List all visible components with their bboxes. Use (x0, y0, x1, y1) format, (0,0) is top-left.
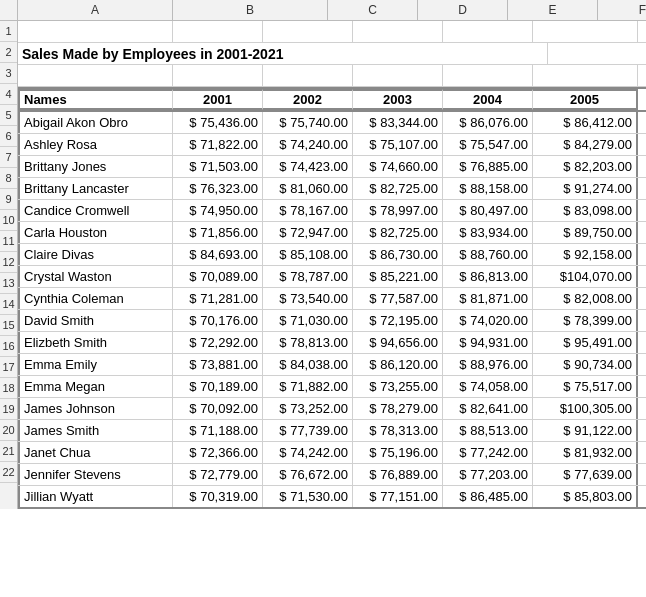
cell-2002-16: $ 76,672.00 (263, 464, 353, 485)
data-row-20: Janet Chua$ 72,366.00$ 74,242.00$ 75,196… (18, 442, 646, 464)
cell-2004-13: $ 82,641.00 (443, 398, 533, 419)
cell-2003-7: $ 85,221.00 (353, 266, 443, 287)
cell-2005-11: $ 90,734.00 (533, 354, 638, 375)
cell-name-9: David Smith (18, 310, 173, 331)
cell-2004-14: $ 88,513.00 (443, 420, 533, 441)
cell-2005-1: $ 84,279.00 (533, 134, 638, 155)
cell-d1 (263, 21, 353, 42)
cell-2002-1: $ 74,240.00 (263, 134, 353, 155)
row-header-7: 7 (0, 147, 17, 168)
header-2001: 2001 (173, 89, 263, 110)
cell-f1 (443, 21, 533, 42)
row-header-9: 9 (0, 189, 17, 210)
cell-b3 (18, 65, 173, 86)
cell-name-4: Candice Cromwell (18, 200, 173, 221)
cell-2004-5: $ 83,934.00 (443, 222, 533, 243)
col-header-f: F (598, 0, 646, 20)
row-3 (18, 65, 646, 87)
row-header-11: 11 (0, 231, 17, 252)
data-row-7: Brittany Jones$ 71,503.00$ 74,423.00$ 74… (18, 156, 646, 178)
grid: Sales Made by Employees in 2001-2021 Nam… (18, 21, 646, 509)
cell-2003-4: $ 78,997.00 (353, 200, 443, 221)
cell-2003-15: $ 75,196.00 (353, 442, 443, 463)
data-row-15: Elizbeth Smith$ 72,292.00$ 78,813.00$ 94… (18, 332, 646, 354)
cell-name-5: Carla Houston (18, 222, 173, 243)
header-names: Names (18, 89, 173, 110)
cell-2001-4: $ 74,950.00 (173, 200, 263, 221)
cell-2004-3: $ 88,158.00 (443, 178, 533, 199)
cell-2003-5: $ 82,725.00 (353, 222, 443, 243)
cell-c3 (173, 65, 263, 86)
data-row-21: Jennifer Stevens$ 72,779.00$ 76,672.00$ … (18, 464, 646, 486)
cell-2002-5: $ 72,947.00 (263, 222, 353, 243)
cell-2005-16: $ 77,639.00 (533, 464, 638, 485)
cell-2001-10: $ 72,292.00 (173, 332, 263, 353)
cell-2004-11: $ 88,976.00 (443, 354, 533, 375)
spreadsheet-title: Sales Made by Employees in 2001-2021 (18, 43, 548, 64)
cell-2005-8: $ 82,008.00 (533, 288, 638, 309)
cell-2002-8: $ 73,540.00 (263, 288, 353, 309)
col-header-c2: C (328, 0, 418, 20)
cell-2005-2: $ 82,203.00 (533, 156, 638, 177)
cell-2005-3: $ 91,274.00 (533, 178, 638, 199)
cell-name-8: Cynthia Coleman (18, 288, 173, 309)
row-header-13: 13 (0, 273, 17, 294)
row-header-16: 16 (0, 336, 17, 357)
cell-2005-12: $ 75,517.00 (533, 376, 638, 397)
cell-2005-9: $ 78,399.00 (533, 310, 638, 331)
data-row-13: Cynthia Coleman$ 71,281.00$ 73,540.00$ 7… (18, 288, 646, 310)
data-row-17: Emma Megan$ 70,189.00$ 71,882.00$ 73,255… (18, 376, 646, 398)
cell-2002-17: $ 71,530.00 (263, 486, 353, 507)
cell-2005-7: $104,070.00 (533, 266, 638, 287)
cell-2001-11: $ 73,881.00 (173, 354, 263, 375)
cell-2004-2: $ 76,885.00 (443, 156, 533, 177)
cell-name-17: Jillian Wyatt (18, 486, 173, 507)
cell-2004-6: $ 88,760.00 (443, 244, 533, 265)
cell-2004-15: $ 77,242.00 (443, 442, 533, 463)
col-header-d: D (418, 0, 508, 20)
cell-2002-15: $ 74,242.00 (263, 442, 353, 463)
cell-e1 (353, 21, 443, 42)
cell-2004-4: $ 80,497.00 (443, 200, 533, 221)
row-header-3: 3 (0, 63, 17, 84)
row-2: Sales Made by Employees in 2001-2021 (18, 43, 646, 65)
cell-2003-12: $ 73,255.00 (353, 376, 443, 397)
cell-name-7: Crystal Waston (18, 266, 173, 287)
cell-2001-14: $ 71,188.00 (173, 420, 263, 441)
cell-2005-5: $ 89,750.00 (533, 222, 638, 243)
cell-2005-13: $100,305.00 (533, 398, 638, 419)
cell-2003-8: $ 77,587.00 (353, 288, 443, 309)
row-header-22: 22 (0, 462, 17, 483)
cell-2002-6: $ 85,108.00 (263, 244, 353, 265)
cell-name-2: Brittany Jones (18, 156, 173, 177)
data-row-11: Claire Divas$ 84,693.00$ 85,108.00$ 86,7… (18, 244, 646, 266)
cell-2004-8: $ 81,871.00 (443, 288, 533, 309)
cell-2001-13: $ 70,092.00 (173, 398, 263, 419)
cell-2001-1: $ 71,822.00 (173, 134, 263, 155)
cell-name-14: James Smith (18, 420, 173, 441)
cell-2001-12: $ 70,189.00 (173, 376, 263, 397)
data-row-12: Crystal Waston$ 70,089.00$ 78,787.00$ 85… (18, 266, 646, 288)
cell-2002-2: $ 74,423.00 (263, 156, 353, 177)
cell-2004-9: $ 74,020.00 (443, 310, 533, 331)
cell-2001-17: $ 70,319.00 (173, 486, 263, 507)
cell-2004-16: $ 77,203.00 (443, 464, 533, 485)
cell-2002-3: $ 81,060.00 (263, 178, 353, 199)
data-row-19: James Smith$ 71,188.00$ 77,739.00$ 78,31… (18, 420, 646, 442)
cell-2001-5: $ 71,856.00 (173, 222, 263, 243)
cell-2003-11: $ 86,120.00 (353, 354, 443, 375)
cell-2001-0: $ 75,436.00 (173, 112, 263, 133)
row-header-8: 8 (0, 168, 17, 189)
cell-2004-17: $ 86,485.00 (443, 486, 533, 507)
data-row-22: Jillian Wyatt$ 70,319.00$ 71,530.00$ 77,… (18, 486, 646, 509)
cell-2002-11: $ 84,038.00 (263, 354, 353, 375)
header-2002: 2002 (263, 89, 353, 110)
data-row-18: James Johnson$ 70,092.00$ 73,252.00$ 78,… (18, 398, 646, 420)
row-header-14: 14 (0, 294, 17, 315)
row-header-5: 5 (0, 105, 17, 126)
cell-2003-2: $ 74,660.00 (353, 156, 443, 177)
cell-2001-8: $ 71,281.00 (173, 288, 263, 309)
cell-f3 (443, 65, 533, 86)
row-header-21: 21 (0, 441, 17, 462)
row-header-4: 4 (0, 84, 17, 105)
